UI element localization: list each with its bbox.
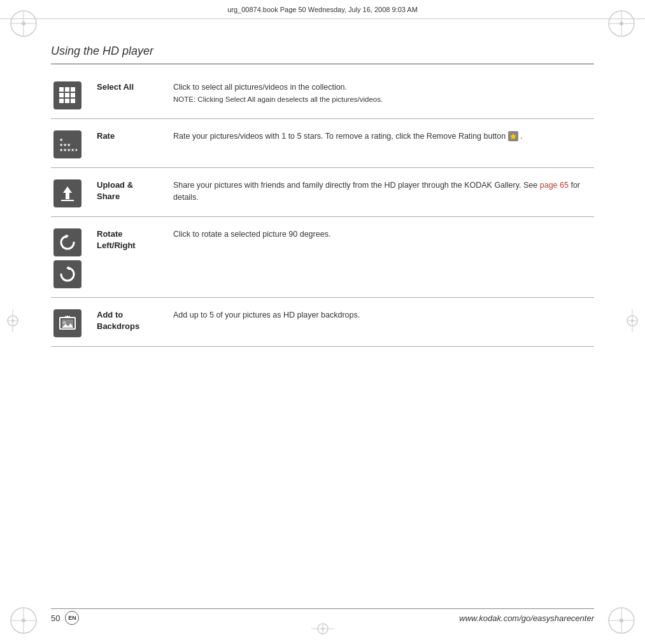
rotate-left-icon-box <box>53 228 82 256</box>
icon-area-select-all <box>51 81 84 109</box>
svg-marker-43 <box>63 234 67 238</box>
rotate-desc: Click to rotate a selected picture 90 de… <box>173 228 594 241</box>
svg-rect-42 <box>61 200 74 201</box>
header-bar: urg_00874.book Page 50 Wednesday, July 1… <box>0 0 645 19</box>
feature-row-rotate: RotateLeft/Right Click to rotate a selec… <box>51 217 594 298</box>
select-all-label: Select All <box>97 81 154 93</box>
upload-desc: Share your pictures with friends and fam… <box>173 179 594 204</box>
icon-area-rate: ★ ★★★ ★★★★★ <box>51 130 84 158</box>
rotate-right-icon <box>58 265 77 284</box>
upload-label: Upload &Share <box>97 179 154 202</box>
svg-point-47 <box>63 321 66 325</box>
svg-rect-33 <box>71 93 75 97</box>
svg-rect-28 <box>59 87 64 92</box>
feature-row-backdrops: Add toBackdrops Add up to 5 of your pict… <box>51 298 594 347</box>
select-all-icon-box <box>53 81 82 109</box>
icon-area-rotate <box>51 228 84 288</box>
svg-marker-41 <box>63 186 72 199</box>
backdrops-icon-box <box>53 309 82 337</box>
select-all-note: NOTE: Clicking Select All again deselect… <box>173 95 383 103</box>
select-all-label-desc: Select All Click to select all pictures/… <box>97 81 594 106</box>
svg-text:★★★: ★★★ <box>59 143 71 148</box>
rotate-left-icon <box>58 233 77 252</box>
upload-icon-box <box>53 179 82 207</box>
upload-icon <box>58 184 77 203</box>
footer-rule <box>51 608 594 609</box>
rate-label: Rate <box>97 130 154 142</box>
remove-rating-icon <box>508 131 518 141</box>
footer: 50 EN www.kodak.com/go/easysharecenter <box>51 611 594 625</box>
backdrops-label: Add toBackdrops <box>97 309 154 332</box>
content-area: Select All Click to select all pictures/… <box>51 70 594 593</box>
upload-label-desc: Upload &Share Share your pictures with f… <box>97 179 594 204</box>
feature-row-upload: Upload &Share Share your pictures with f… <box>51 168 594 217</box>
svg-rect-29 <box>65 87 69 92</box>
backdrops-desc: Add up to 5 of your pictures as HD playe… <box>173 309 594 321</box>
svg-rect-32 <box>65 93 69 97</box>
grid-icon <box>58 86 77 105</box>
center-mark-left <box>6 308 19 336</box>
rate-label-desc: Rate Rate your pictures/videos with 1 to… <box>97 130 594 143</box>
select-all-desc: Click to select all pictures/videos in t… <box>173 81 594 106</box>
svg-text:★★★★★: ★★★★★ <box>59 148 77 153</box>
svg-rect-35 <box>65 99 69 103</box>
feature-row-rate: ★ ★★★ ★★★★★ Rate Rate your pictures/vide… <box>51 119 594 168</box>
svg-rect-36 <box>71 99 75 103</box>
svg-rect-31 <box>59 93 64 97</box>
rate-icon-box: ★ ★★★ ★★★★★ <box>53 130 82 158</box>
feature-row-select-all: Select All Click to select all pictures/… <box>51 70 594 119</box>
corner-mark-bl <box>8 605 39 636</box>
svg-marker-40 <box>509 132 517 140</box>
rotate-right-icon-box <box>53 260 82 288</box>
svg-marker-44 <box>68 266 72 270</box>
rotate-label: RotateLeft/Right <box>97 228 154 251</box>
language-badge: EN <box>65 611 79 625</box>
svg-rect-34 <box>59 99 64 103</box>
stars-icon: ★ ★★★ ★★★★★ <box>58 135 77 154</box>
rotate-label-desc: RotateLeft/Right Click to rotate a selec… <box>97 228 594 251</box>
page-65-link[interactable]: page 65 <box>540 181 569 190</box>
icon-area-upload <box>51 179 84 207</box>
footer-left: 50 EN <box>51 611 79 625</box>
title-rule <box>51 64 594 64</box>
footer-website: www.kodak.com/go/easysharecenter <box>459 613 594 623</box>
center-mark-right <box>626 308 639 336</box>
backdrops-label-desc: Add toBackdrops Add up to 5 of your pict… <box>97 309 594 332</box>
page-title: Using the HD player <box>51 45 153 58</box>
rate-desc: Rate your pictures/videos with 1 to 5 st… <box>173 130 594 143</box>
icon-area-backdrops <box>51 309 84 337</box>
svg-text:★: ★ <box>59 137 63 143</box>
backdrop-icon <box>58 314 77 333</box>
page-number: 50 <box>51 613 60 623</box>
file-info: urg_00874.book Page 50 Wednesday, July 1… <box>227 6 418 13</box>
svg-rect-30 <box>71 87 75 92</box>
corner-mark-br <box>606 605 637 636</box>
